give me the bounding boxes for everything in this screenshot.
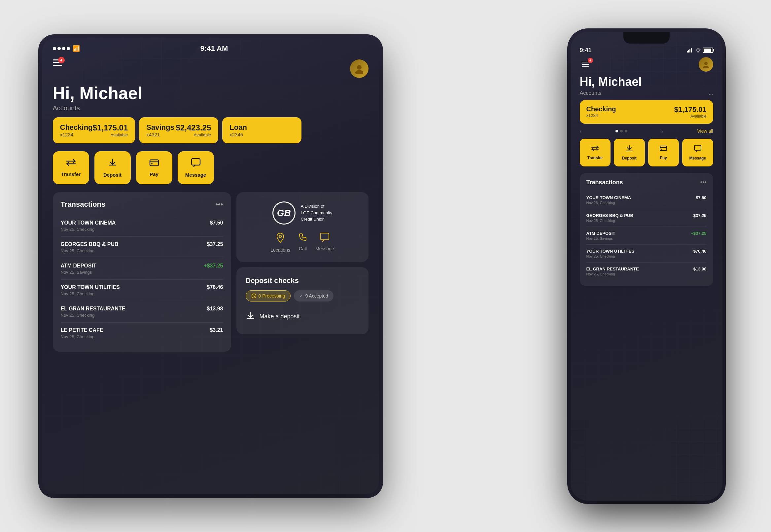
checking-card-amount: $1,175.01 xyxy=(93,123,128,132)
table-row[interactable]: EL GRAN RESTAURANTE Nov 25, Checking $13… xyxy=(586,263,707,280)
notification-badge: 4 xyxy=(58,57,65,63)
phone-message-label: Message xyxy=(689,156,706,160)
svg-point-2 xyxy=(357,65,362,70)
phone-transfer-button[interactable]: Transfer xyxy=(580,139,611,166)
svg-rect-19 xyxy=(694,145,701,150)
transfer-button[interactable]: Transfer xyxy=(53,151,89,184)
phone-tx-amount: +$37.25 xyxy=(691,231,706,236)
checking-account-card[interactable]: Checking x1234 $1,175.01 Available xyxy=(53,117,135,143)
make-deposit-icon xyxy=(246,311,255,322)
svg-rect-13 xyxy=(689,49,690,53)
locations-button[interactable]: Locations xyxy=(270,232,290,253)
phone-pay-button[interactable]: Pay xyxy=(648,139,679,166)
action-buttons-row: Transfer Deposit xyxy=(42,143,379,192)
tx-name: YOUR TOWN UTILITIES xyxy=(61,284,120,290)
table-row[interactable]: ATM Deposit Nov 25, Savings +$37.25 xyxy=(586,227,707,245)
accounts-section-label: Accounts xyxy=(42,104,379,117)
phone-card-available: Available xyxy=(674,114,707,119)
location-pin-icon xyxy=(276,232,285,245)
tx-name: YOUR TOWN CINEMA xyxy=(61,220,116,226)
transactions-panel-header: Transactions ••• xyxy=(61,200,223,209)
phone-avatar[interactable] xyxy=(699,57,713,72)
table-row[interactable]: LE PETITE CAFE Nov 25, Checking $3.21 xyxy=(61,323,223,344)
table-row[interactable]: YOUR TOWN CINEMA Nov 25, Checking $7.50 xyxy=(586,191,707,209)
deposit-checks-title: Deposit checks xyxy=(246,276,359,285)
table-row[interactable]: YOUR TOWN UTILITIES Nov 25, Checking $76… xyxy=(61,280,223,301)
transactions-menu-button[interactable]: ••• xyxy=(215,200,223,209)
processing-badge[interactable]: 0 Processing xyxy=(246,290,291,301)
make-deposit-label: Make a deposit xyxy=(260,313,300,320)
next-chevron[interactable]: › xyxy=(661,128,663,135)
bank-logo: GB A Division of LGE Community Credit Un… xyxy=(272,201,332,225)
tx-amount: $37.25 xyxy=(207,241,223,247)
deposit-label: Deposit xyxy=(103,172,122,178)
phone-menu-button[interactable]: 4 xyxy=(580,60,591,69)
savings-account-card[interactable]: Savings x4321 $2,423.25 Available xyxy=(139,117,218,143)
deposit-button[interactable]: Deposit xyxy=(94,151,131,184)
message-button[interactable]: Message xyxy=(178,151,214,184)
svg-point-15 xyxy=(704,62,708,65)
phone-tx-name: YOUR TOWN UTILITIES xyxy=(586,249,635,254)
phone-transfer-label: Transfer xyxy=(587,156,603,160)
phone-more-button[interactable]: ... xyxy=(709,90,713,96)
table-row[interactable]: GEORGES BBQ & PUB Nov 25, Checking $37.2… xyxy=(586,209,707,227)
phone-tx-sub: Nov 25, Savings xyxy=(586,236,615,240)
tablet-time: 9:41 AM xyxy=(200,44,228,53)
phone-status-icons xyxy=(687,48,713,53)
table-row[interactable]: YOUR TOWN UTILITIES Nov 25, Checking $76… xyxy=(586,245,707,263)
tablet-screen: 📶 9:41 AM 4 xyxy=(42,38,379,494)
phone-message-button[interactable]: Message xyxy=(682,139,713,166)
phone-tx-name: EL GRAN RESTAURANTE xyxy=(586,266,639,271)
call-button[interactable]: Call xyxy=(298,232,307,253)
phone-card-number: x1234 xyxy=(586,113,616,118)
phone-transactions-list: YOUR TOWN CINEMA Nov 25, Checking $7.50 … xyxy=(586,191,707,280)
pay-icon xyxy=(149,158,159,169)
tx-amount: +$37.25 xyxy=(204,263,223,269)
table-row[interactable]: ATM DEPOSIT Nov 25, Savings +$37.25 xyxy=(61,258,223,280)
tx-sub: Nov 25, Checking xyxy=(61,291,120,296)
transfer-icon xyxy=(66,158,76,169)
phone-message-icon xyxy=(694,145,702,154)
avatar[interactable] xyxy=(350,59,368,78)
phone-transactions-title: Transactions xyxy=(586,179,623,186)
savings-card-number: x4321 xyxy=(146,132,174,137)
phone-tx-amount: $76.46 xyxy=(693,249,707,254)
phone-tx-amount: $13.98 xyxy=(693,266,707,271)
phone-checking-card[interactable]: Checking x1234 $1,175.01 Available xyxy=(580,100,713,124)
prev-chevron[interactable]: ‹ xyxy=(580,128,582,135)
svg-point-16 xyxy=(703,66,709,68)
pay-button[interactable]: Pay xyxy=(136,151,172,184)
make-deposit-button[interactable]: Make a deposit xyxy=(246,308,359,325)
table-row[interactable]: EL GRAN RESTAURANTE Nov 25, Checking $13… xyxy=(61,301,223,323)
tx-sub: Nov 25, Checking xyxy=(61,248,119,253)
phone-tx-amount: $7.50 xyxy=(696,195,707,200)
table-row[interactable]: GEORGES BBQ & PUB Nov 25, Checking $37.2… xyxy=(61,237,223,258)
savings-card-name: Savings xyxy=(146,123,174,132)
message-icon xyxy=(191,158,201,169)
tx-amount: $7.50 xyxy=(210,220,223,226)
processing-badge-text: 0 Processing xyxy=(259,293,285,299)
bank-message-button[interactable]: Message xyxy=(315,232,334,253)
phone-icon xyxy=(298,232,307,244)
loan-account-card[interactable]: Loan x2345 xyxy=(222,117,301,143)
call-label: Call xyxy=(299,246,307,251)
message-label: Message xyxy=(185,172,206,178)
phone-notch xyxy=(623,32,670,44)
battery-icon xyxy=(703,48,713,53)
accepted-badge[interactable]: ✓ 9 Accepted xyxy=(294,290,333,301)
table-row[interactable]: YOUR TOWN CINEMA Nov 25, Checking $7.50 xyxy=(61,215,223,237)
deposit-icon xyxy=(108,158,117,169)
checking-card-available: Available xyxy=(93,132,128,137)
main-content: Transactions ••• YOUR TOWN CINEMA Nov 25… xyxy=(42,192,379,352)
phone-transactions-panel: Transactions ••• YOUR TOWN CINEMA Nov 25… xyxy=(580,173,713,286)
view-all-link[interactable]: View all xyxy=(697,128,713,134)
menu-button[interactable]: 4 xyxy=(53,59,62,66)
svg-rect-17 xyxy=(660,146,667,151)
phone-deposit-button[interactable]: Deposit xyxy=(614,139,645,166)
phone-pay-label: Pay xyxy=(660,156,667,160)
tx-sub: Nov 25, Checking xyxy=(61,227,116,232)
phone-accounts-label: Accounts xyxy=(580,90,602,96)
phone-transactions-menu[interactable]: ••• xyxy=(700,179,707,186)
page-dot-1 xyxy=(615,130,618,132)
deposit-checks-card: Deposit checks 0 Processing ✓ xyxy=(236,267,368,334)
